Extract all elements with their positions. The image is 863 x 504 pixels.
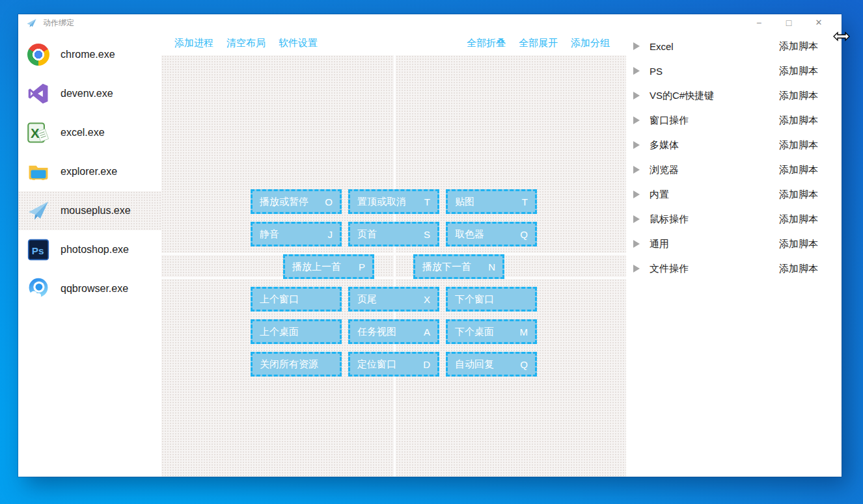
process-name: explorer.exe <box>61 166 117 178</box>
action-button[interactable]: 下个窗口 <box>446 287 537 312</box>
expand-arrow-icon[interactable] <box>633 240 640 248</box>
add-script-button[interactable]: 添加脚本 <box>779 114 818 127</box>
action-label: 自动回复 <box>455 358 494 371</box>
action-key: J <box>328 229 333 240</box>
window-controls: − □ ✕ <box>744 14 842 31</box>
add-script-button[interactable]: 添加脚本 <box>779 90 818 102</box>
action-button[interactable]: 播放或暂停O <box>251 189 342 214</box>
sidebar-item-excel[interactable]: X excel.exe <box>18 113 161 152</box>
folder-icon <box>26 159 51 184</box>
titlebar: 动作绑定 − □ ✕ <box>18 14 842 31</box>
action-label: 下个桌面 <box>455 326 494 338</box>
expand-arrow-icon[interactable] <box>633 42 640 50</box>
group-row-excel[interactable]: Excel 添加脚本 <box>626 34 842 59</box>
action-key: P <box>359 261 365 272</box>
paper-plane-icon <box>25 16 38 29</box>
group-row-browser[interactable]: 浏览器 添加脚本 <box>626 157 842 182</box>
clear-layout-link[interactable]: 清空布局 <box>226 37 266 49</box>
group-label: 鼠标操作 <box>650 213 689 226</box>
group-row-window-ops[interactable]: 窗口操作 添加脚本 <box>626 108 842 133</box>
add-script-button[interactable]: 添加脚本 <box>779 164 818 176</box>
action-button[interactable]: 页尾X <box>348 287 439 312</box>
action-button[interactable]: 上个桌面 <box>251 319 342 344</box>
action-button[interactable]: 播放下一首N <box>413 254 504 279</box>
add-group-link[interactable]: 添加分组 <box>571 37 610 49</box>
collapse-all-link[interactable]: 全部折叠 <box>467 37 506 49</box>
action-button[interactable]: 定位窗口D <box>348 352 439 377</box>
close-button[interactable]: ✕ <box>804 14 834 31</box>
add-script-button[interactable]: 添加脚本 <box>779 213 818 226</box>
excel-icon: X <box>26 120 51 145</box>
action-key: X <box>424 294 430 305</box>
maximize-button[interactable]: □ <box>774 14 804 31</box>
action-button[interactable]: 下个桌面M <box>446 319 537 344</box>
expand-arrow-icon[interactable] <box>633 215 640 223</box>
action-button[interactable]: 贴图T <box>446 189 537 214</box>
action-button[interactable]: 静音J <box>251 222 342 246</box>
process-name: qqbrowser.exe <box>61 283 128 295</box>
sidebar-item-chrome[interactable]: chrome.exe <box>18 35 161 74</box>
group-row-vs-shortcuts[interactable]: VS的C#快捷键 添加脚本 <box>626 83 842 108</box>
group-row-ps[interactable]: PS 添加脚本 <box>626 59 842 83</box>
expand-arrow-icon[interactable] <box>633 141 640 149</box>
script-group-panel: Excel 添加脚本 PS 添加脚本 VS的C#快捷键 添加脚本 窗口操作 添 <box>626 31 842 477</box>
action-label: 下个窗口 <box>455 293 494 306</box>
svg-text:Ps: Ps <box>32 245 44 256</box>
visual-studio-icon <box>26 81 51 106</box>
group-label: 内置 <box>650 189 669 201</box>
group-row-mouse-ops[interactable]: 鼠标操作 添加脚本 <box>626 207 842 232</box>
expand-arrow-icon[interactable] <box>633 166 640 174</box>
action-label: 置顶或取消 <box>357 196 406 208</box>
action-key: Q <box>520 229 528 240</box>
action-button[interactable]: 播放上一首P <box>283 254 374 279</box>
sidebar-item-mouseplus[interactable]: mouseplus.exe <box>18 191 161 230</box>
action-button[interactable]: 自动回复Q <box>446 352 537 377</box>
group-label: 窗口操作 <box>650 114 689 127</box>
add-script-button[interactable]: 添加脚本 <box>779 40 818 53</box>
process-name: photoshop.exe <box>61 244 129 256</box>
group-row-file-ops[interactable]: 文件操作 添加脚本 <box>626 256 842 281</box>
add-script-button[interactable]: 添加脚本 <box>779 139 818 152</box>
sidebar-item-devenv[interactable]: devenv.exe <box>18 74 161 113</box>
add-process-link[interactable]: 添加进程 <box>174 37 213 49</box>
action-label: 定位窗口 <box>357 358 396 371</box>
qqbrowser-icon <box>26 276 51 301</box>
action-button[interactable]: 关闭所有资源 <box>251 352 342 377</box>
action-key: N <box>488 261 495 272</box>
add-script-button[interactable]: 添加脚本 <box>779 263 818 275</box>
action-button[interactable]: 取色器Q <box>446 222 537 246</box>
software-settings-link[interactable]: 软件设置 <box>279 37 318 49</box>
sidebar-item-explorer[interactable]: explorer.exe <box>18 152 161 191</box>
group-row-builtin[interactable]: 内置 添加脚本 <box>626 182 842 207</box>
expand-all-link[interactable]: 全部展开 <box>519 37 558 49</box>
action-button[interactable]: 上个窗口 <box>251 287 342 312</box>
canvas-horizontal-divider <box>161 277 626 279</box>
action-button[interactable]: 任务视图A <box>348 319 439 344</box>
sidebar-item-photoshop[interactable]: Ps photoshop.exe <box>18 230 161 269</box>
action-key: T <box>424 196 430 207</box>
action-label: 任务视图 <box>357 326 396 338</box>
expand-arrow-icon[interactable] <box>633 116 640 124</box>
add-script-button[interactable]: 添加脚本 <box>779 65 818 77</box>
expand-arrow-icon[interactable] <box>633 265 640 272</box>
resize-cursor-icon <box>833 31 850 45</box>
app-window: 动作绑定 − □ ✕ chrome.exe devenv.exe <box>18 14 842 477</box>
expand-arrow-icon[interactable] <box>633 67 640 75</box>
group-row-multimedia[interactable]: 多媒体 添加脚本 <box>626 133 842 157</box>
paper-plane-icon <box>26 198 51 223</box>
group-row-general[interactable]: 通用 添加脚本 <box>626 232 842 256</box>
window-title: 动作绑定 <box>43 18 74 29</box>
expand-arrow-icon[interactable] <box>633 92 640 99</box>
add-script-button[interactable]: 添加脚本 <box>779 189 818 201</box>
add-script-button[interactable]: 添加脚本 <box>779 238 818 250</box>
group-label: 多媒体 <box>650 139 679 152</box>
process-list: chrome.exe devenv.exe X excel.exe <box>18 31 161 477</box>
canvas-vertical-divider <box>394 55 396 477</box>
expand-arrow-icon[interactable] <box>633 191 640 198</box>
action-button[interactable]: 置顶或取消T <box>348 189 439 214</box>
process-name: excel.exe <box>61 127 105 139</box>
sidebar-item-qqbrowser[interactable]: qqbrowser.exe <box>18 269 161 308</box>
action-button[interactable]: 页首S <box>348 222 439 246</box>
action-key: S <box>424 229 430 240</box>
minimize-button[interactable]: − <box>744 14 774 31</box>
